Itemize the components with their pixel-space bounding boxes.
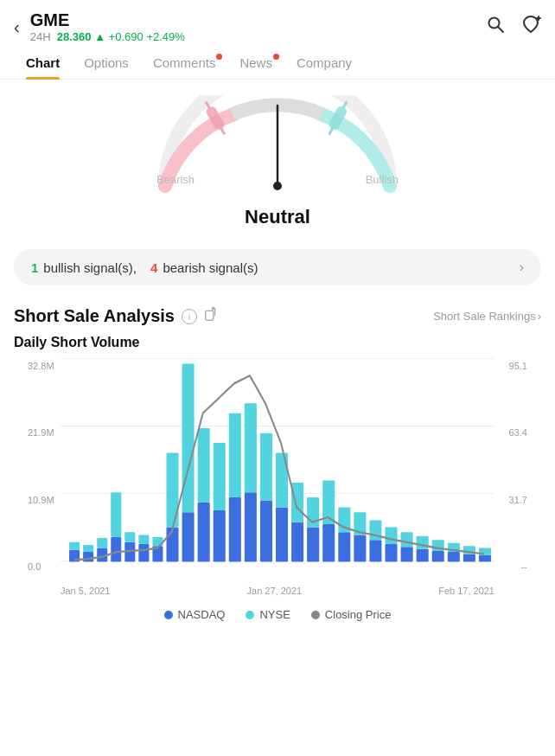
svg-rect-24 — [111, 492, 121, 537]
svg-rect-55 — [354, 535, 366, 562]
bar-chart-svg — [61, 354, 494, 572]
svg-rect-34 — [182, 363, 195, 512]
tab-options[interactable]: Options — [72, 48, 141, 79]
bearish-signal-text: bearish signal(s) — [163, 260, 258, 275]
ticker-change-pct: +2.49% — [146, 30, 184, 43]
nav-tabs: Chart Options Comments News Company — [0, 48, 555, 80]
legend-item-closing-price: Closing Price — [311, 608, 392, 621]
svg-rect-60 — [385, 527, 397, 543]
svg-rect-64 — [417, 536, 429, 549]
svg-rect-44 — [260, 433, 272, 501]
tab-company[interactable]: Company — [284, 48, 364, 79]
comments-dot — [216, 54, 222, 60]
y-right-3: -- — [509, 561, 527, 572]
ticker-change-abs: +0.690 — [109, 30, 144, 43]
share-icon[interactable] — [204, 306, 220, 326]
ticker-timeframe: 24H — [30, 30, 51, 43]
bearish-count: 4 — [150, 260, 157, 275]
svg-rect-43 — [260, 501, 272, 562]
signals-arrow-icon: › — [520, 259, 524, 275]
svg-rect-41 — [245, 492, 257, 561]
ticker-price: 28.360 — [57, 30, 92, 43]
sentiment-title: Neutral — [245, 206, 310, 228]
back-button[interactable]: ‹ — [14, 17, 20, 37]
svg-rect-42 — [245, 403, 257, 492]
svg-rect-39 — [229, 497, 241, 561]
ticker-price-row: 24H 28.360 ▲ +0.690 +2.49% — [30, 30, 185, 43]
svg-rect-62 — [401, 532, 413, 547]
signals-bar[interactable]: 1 bullish signal(s), 4 bearish signal(s)… — [14, 249, 541, 285]
rankings-label: Short Sale Rankings — [433, 310, 536, 323]
sentiment-section: Bearish Bullish Neutral — [0, 80, 555, 237]
x-label-2: Feb 17, 2021 — [438, 586, 494, 596]
short-sale-title: Short Sale Analysis — [14, 306, 175, 326]
y-left-1: 21.9M — [28, 427, 54, 438]
svg-rect-38 — [214, 443, 226, 510]
svg-rect-19 — [83, 552, 93, 561]
tab-chart[interactable]: Chart — [14, 48, 72, 79]
svg-rect-35 — [198, 503, 210, 562]
watchlist-add-icon[interactable] — [520, 15, 541, 39]
header: ‹ GME 24H 28.360 ▲ +0.690 +2.49% — [0, 0, 555, 48]
search-icon[interactable] — [486, 15, 505, 39]
svg-rect-59 — [385, 544, 397, 562]
x-axis-labels: Jan 5, 2021 Jan 27, 2021 Feb 17, 2021 — [61, 582, 494, 596]
svg-rect-49 — [307, 527, 319, 561]
ticker-symbol: GME — [30, 10, 185, 30]
svg-rect-69 — [463, 554, 475, 561]
svg-rect-28 — [138, 535, 149, 544]
svg-rect-36 — [198, 428, 210, 503]
gauge-wrapper: Bearish Bullish — [148, 95, 407, 199]
tab-comments[interactable]: Comments — [141, 48, 228, 79]
x-label-1: Jan 27, 2021 — [247, 586, 303, 596]
tab-news[interactable]: News — [227, 48, 284, 79]
svg-rect-12 — [206, 311, 214, 320]
y-right-2: 31.7 — [509, 495, 527, 505]
svg-rect-51 — [322, 524, 335, 562]
nyse-dot — [246, 611, 254, 619]
svg-rect-31 — [166, 527, 178, 561]
rankings-link[interactable]: Short Sale Rankings › — [433, 310, 541, 323]
chart-y-left: 32.8M 21.9M 10.9M 0.0 — [28, 354, 54, 596]
legend-item-nyse: NYSE — [246, 608, 290, 621]
svg-rect-40 — [229, 413, 241, 497]
svg-rect-27 — [138, 544, 149, 562]
svg-rect-47 — [291, 522, 303, 562]
news-dot — [273, 54, 279, 60]
bullish-label: Bullish — [366, 173, 399, 186]
y-right-0: 95.1 — [509, 361, 527, 371]
svg-rect-65 — [432, 551, 444, 562]
nyse-label: NYSE — [259, 608, 290, 621]
svg-line-1 — [498, 27, 503, 32]
x-label-0: Jan 5, 2021 — [61, 586, 111, 596]
gauge-labels: Bearish Bullish — [148, 173, 407, 186]
nasdaq-label: NASDAQ — [178, 608, 226, 621]
svg-rect-23 — [111, 537, 121, 562]
up-arrow-icon: ▲ — [94, 30, 105, 43]
svg-rect-61 — [401, 547, 413, 561]
chart-container: 32.8M 21.9M 10.9M 0.0 95.1 63.4 31.7 -- — [28, 354, 527, 596]
header-left: ‹ GME 24H 28.360 ▲ +0.690 +2.49% — [14, 10, 185, 43]
info-icon[interactable]: i — [182, 309, 197, 324]
svg-rect-67 — [448, 552, 460, 561]
y-left-0: 32.8M — [28, 361, 54, 371]
svg-rect-37 — [214, 510, 226, 562]
ticker-info: GME 24H 28.360 ▲ +0.690 +2.49% — [30, 10, 185, 43]
chart-y-right: 95.1 63.4 31.7 -- — [509, 354, 527, 596]
short-sale-section: Short Sale Analysis i Short Sale Ranking… — [0, 285, 555, 630]
y-left-2: 10.9M — [28, 495, 54, 505]
svg-rect-45 — [276, 508, 288, 562]
svg-rect-57 — [369, 540, 381, 561]
svg-rect-71 — [479, 555, 491, 562]
closing-price-label: Closing Price — [325, 608, 392, 621]
svg-rect-53 — [338, 532, 350, 561]
short-sale-header: Short Sale Analysis i Short Sale Ranking… — [14, 306, 541, 326]
short-sale-title-row: Short Sale Analysis i — [14, 306, 220, 326]
y-left-3: 0.0 — [28, 561, 54, 572]
header-icons — [486, 15, 541, 39]
chart-subtitle: Daily Short Volume — [14, 335, 541, 350]
svg-rect-63 — [417, 549, 429, 562]
chart-legend: NASDAQ NYSE Closing Price — [14, 596, 541, 630]
svg-rect-26 — [124, 532, 135, 541]
bullish-signal-text: bullish signal(s), — [43, 260, 137, 275]
